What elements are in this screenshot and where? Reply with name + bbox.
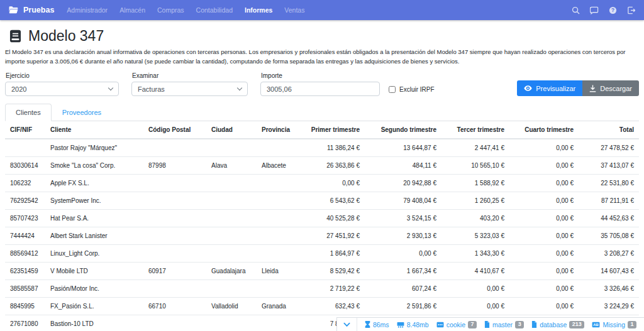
table-cell: 27 478,52 € [579, 139, 639, 157]
debug-master-label: master [492, 321, 513, 328]
badge: 213 [569, 321, 584, 328]
translation-icon: AB [592, 322, 600, 328]
column-header: Cuarto trimestre [509, 121, 579, 139]
descargar-button[interactable]: Descargar [582, 80, 639, 96]
debug-missing[interactable]: AB Missing 1 [592, 321, 636, 328]
table-cell: 5 323,03 € [441, 227, 509, 245]
table-cell: 8845995 [5, 298, 45, 315]
debug-database[interactable]: database 213 [531, 321, 584, 328]
main-menu: AdministradorAlmacénComprasContabilidadI… [67, 6, 304, 14]
table-cell: 62351459 [5, 263, 45, 280]
ejercicio-select[interactable]: 2020 [5, 82, 119, 96]
folder-icon [9, 6, 18, 14]
file-icon [531, 321, 537, 328]
table-cell [257, 280, 304, 298]
table-cell [206, 227, 257, 245]
table-cell: 27671080 [5, 315, 45, 331]
chevron-down-icon [343, 322, 350, 327]
table-cell: 3 224,29 € [579, 298, 639, 315]
nav-item-compras[interactable]: Compras [157, 6, 184, 14]
table-cell [257, 192, 304, 210]
debug-memory[interactable]: 8.48mb [397, 321, 429, 328]
table-cell: 2 591,86 € [365, 298, 441, 315]
examinar-label: Examinar [132, 72, 248, 79]
table-cell: 0,00 € [441, 298, 509, 315]
table-cell: FX_Pasión S.L. [45, 298, 143, 315]
table-row: 7444424Albert Stark Lanister27 451,92 €2… [5, 227, 639, 245]
table-cell: Pasión/Motor Inc. [45, 280, 143, 298]
nav-item-informes[interactable]: Informes [245, 6, 272, 14]
table-cell: 0,00 € [304, 175, 365, 192]
table-cell: 60917 [143, 263, 206, 280]
table-cell [257, 315, 304, 331]
table-cell: 88569412 [5, 245, 45, 263]
table-cell: 38585587 [5, 280, 45, 298]
top-navbar: Pruebas AdministradorAlmacénComprasConta… [0, 0, 644, 20]
table-cell: 0,00 € [509, 263, 579, 280]
actions: Previsualizar Descargar [517, 80, 639, 96]
table-cell [257, 175, 304, 192]
table-cell: Smoke "La cosa" Corp. [45, 157, 143, 175]
column-header: Segundo trimestre [365, 121, 441, 139]
table-cell: 0,00 € [441, 280, 509, 298]
table-cell: SystemPower Inc. [45, 192, 143, 210]
debug-time[interactable]: 86ms [365, 321, 389, 328]
importe-input[interactable] [260, 82, 380, 96]
column-header: Total [579, 121, 639, 139]
debug-toolbar-collapse-button[interactable] [337, 318, 357, 331]
table-cell: Lleida [257, 263, 304, 280]
table-cell: 0,00 € [509, 280, 579, 298]
table-cell: 607,24 € [365, 280, 441, 298]
nav-item-almacén[interactable]: Almacén [119, 6, 145, 14]
table-cell [257, 210, 304, 227]
table-cell [5, 139, 45, 157]
table-cell [143, 227, 206, 245]
previsualizar-button[interactable]: Previsualizar [517, 80, 582, 96]
table-cell: 1 260,25 € [441, 192, 509, 210]
table-cell: 3 326,46 € [579, 280, 639, 298]
logout-icon[interactable] [627, 6, 635, 14]
table-row: 62351459V Mobile LTD60917GuadalajaraLlei… [5, 263, 639, 280]
search-icon[interactable] [572, 6, 580, 14]
content: Modelo 347 El Modelo 347 es una declarac… [0, 20, 644, 331]
tab-proveedores[interactable]: Proveedores [52, 104, 112, 121]
table-cell: 484,11 € [365, 157, 441, 175]
debug-toolbar: 86ms 8.48mb cookie 7 master 3 [336, 317, 644, 331]
table-row: 85707423Hat Pear S.A.40 525,28 €3 524,15… [5, 210, 639, 227]
app-brand[interactable]: Pruebas [9, 6, 54, 14]
messages-icon[interactable] [590, 6, 599, 14]
eye-icon [524, 85, 532, 92]
badge: 7 [468, 321, 477, 328]
download-icon [589, 85, 596, 92]
table-row: 76292542SystemPower Inc.6 543,62 €79 408… [5, 192, 639, 210]
table-cell: V Mobile LTD [45, 263, 143, 280]
excluir-irpf-checkbox-input[interactable] [389, 86, 396, 93]
table-cell: 0,00 € [509, 245, 579, 263]
debug-master[interactable]: master 3 [484, 321, 524, 328]
table-cell: 3 524,15 € [365, 210, 441, 227]
debug-cookie[interactable]: cookie 7 [436, 321, 477, 328]
examinar-select[interactable]: Facturas [131, 82, 248, 96]
table-cell: Linux_Light Corp. [45, 245, 143, 263]
importe-label: Importe [261, 72, 380, 79]
column-header: Ciudad [206, 121, 257, 139]
table-cell [206, 245, 257, 263]
table-cell [206, 192, 257, 210]
table-cell: 66710 [143, 298, 206, 315]
nav-item-administrador[interactable]: Administrador [67, 6, 108, 14]
brand-label: Pruebas [23, 6, 54, 14]
memory-icon [397, 322, 404, 328]
table-cell: 3 208,27 € [579, 245, 639, 263]
table-cell: Valladolid [206, 298, 257, 315]
nav-item-ventas[interactable]: Ventas [284, 6, 304, 14]
debug-time-label: 86ms [373, 321, 389, 328]
nav-item-contabilidad[interactable]: Contabilidad [196, 6, 233, 14]
excluir-irpf-checkbox[interactable]: Excluir IRPF [389, 86, 435, 93]
table-cell: Albert Stark Lanister [45, 227, 143, 245]
chevron-down-icon [108, 85, 113, 90]
debug-missing-label: Missing [602, 321, 625, 328]
help-icon[interactable]: ? [609, 6, 617, 14]
tab-clientes[interactable]: Clientes [5, 104, 52, 121]
badge: 3 [515, 321, 524, 328]
table-cell: 37 413,07 € [579, 157, 639, 175]
